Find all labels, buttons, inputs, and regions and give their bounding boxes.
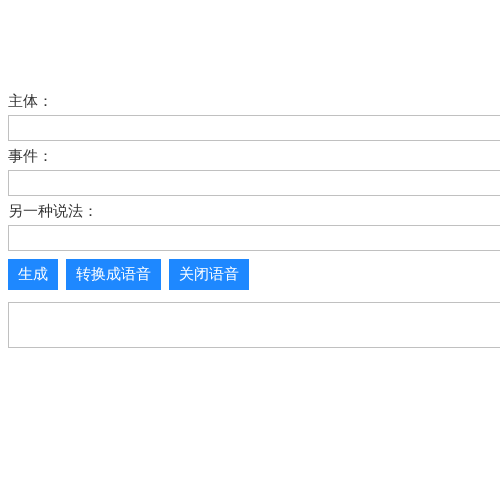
label-subject: 主体： xyxy=(8,92,500,111)
field-alt: 另一种说法： xyxy=(8,202,500,251)
field-subject: 主体： xyxy=(8,92,500,141)
label-event: 事件： xyxy=(8,147,500,166)
input-alt[interactable] xyxy=(8,225,500,251)
button-row: 生成 转换成语音 关闭语音 xyxy=(8,259,500,290)
input-subject[interactable] xyxy=(8,115,500,141)
close-speech-button[interactable]: 关闭语音 xyxy=(169,259,249,290)
label-alt: 另一种说法： xyxy=(8,202,500,221)
input-event[interactable] xyxy=(8,170,500,196)
generate-button[interactable]: 生成 xyxy=(8,259,58,290)
field-event: 事件： xyxy=(8,147,500,196)
output-textarea[interactable] xyxy=(8,302,500,348)
form-container: 主体： 事件： 另一种说法： 生成 转换成语音 关闭语音 xyxy=(0,0,500,351)
to-speech-button[interactable]: 转换成语音 xyxy=(66,259,161,290)
